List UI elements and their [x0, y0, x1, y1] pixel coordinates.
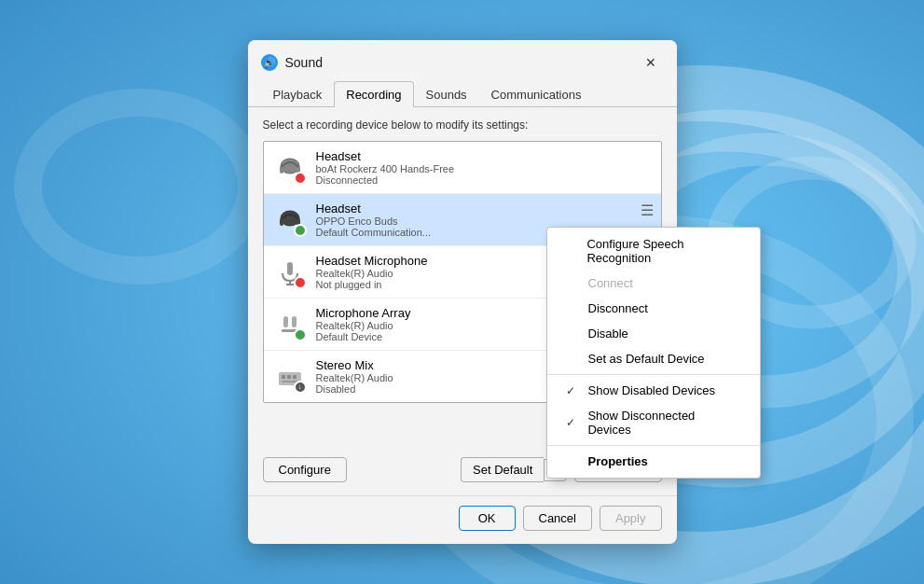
menu-disable[interactable]: Disable — [547, 321, 760, 346]
apply-button[interactable]: Apply — [600, 506, 662, 531]
device-status-boat: Disconnected — [316, 174, 652, 186]
svg-rect-8 — [280, 166, 283, 174]
status-dot-array — [294, 328, 307, 341]
sound-dialog: 🔊 Sound ✕ Playback Recording Sounds Comm… — [248, 40, 677, 544]
menu-separator-1 — [547, 374, 760, 375]
selected-indicator: ☰ — [641, 202, 654, 219]
device-name-oppo: Headset — [316, 202, 652, 216]
cancel-button[interactable]: Cancel — [523, 506, 592, 531]
menu-separator-2 — [547, 445, 760, 446]
menu-properties[interactable]: Properties — [547, 449, 760, 474]
tab-bar: Playback Recording Sounds Communications — [248, 76, 677, 107]
set-default-button[interactable]: Set Default — [461, 457, 544, 482]
status-dot-stereo: ↓ — [294, 381, 307, 394]
menu-show-disconnected[interactable]: ✓ Show Disconnected Devices — [547, 403, 760, 442]
status-dot-boat — [294, 172, 307, 185]
svg-rect-20 — [282, 375, 285, 379]
device-desc-boat: boAt Rockerz 400 Hands-Free — [316, 163, 652, 174]
device-icon-wrap-boat — [273, 151, 307, 185]
svg-point-6 — [28, 103, 252, 271]
dialog-titlebar: 🔊 Sound ✕ — [248, 40, 677, 76]
svg-rect-13 — [287, 262, 293, 275]
device-icon-wrap-array — [273, 308, 307, 341]
action-row: OK Cancel Apply — [248, 495, 677, 544]
svg-rect-16 — [283, 316, 288, 327]
device-icon-wrap-oppo — [273, 203, 307, 237]
svg-rect-21 — [287, 375, 291, 379]
svg-rect-17 — [292, 316, 297, 327]
description-text: Select a recording device below to modif… — [263, 118, 662, 132]
status-dot-oppo — [294, 224, 307, 237]
sound-icon: 🔊 — [261, 54, 278, 71]
menu-show-disabled[interactable]: ✓ Show Disabled Devices — [547, 378, 760, 403]
svg-rect-11 — [280, 218, 283, 226]
close-button[interactable]: ✕ — [638, 49, 664, 76]
tab-playback[interactable]: Playback — [261, 81, 335, 107]
tab-recording[interactable]: Recording — [334, 81, 413, 107]
menu-set-default[interactable]: Set as Default Device — [547, 346, 760, 371]
dialog-title: Sound — [285, 55, 630, 70]
device-icon-wrap-mic — [273, 256, 307, 289]
menu-disconnect[interactable]: Disconnect — [547, 296, 760, 321]
svg-rect-22 — [293, 375, 297, 379]
ok-button[interactable]: OK — [459, 506, 516, 531]
device-desc-oppo: OPPO Enco Buds — [316, 216, 652, 227]
status-dot-mic — [294, 276, 307, 289]
context-menu: Configure Speech Recognition Connect Dis… — [546, 227, 761, 479]
configure-button[interactable]: Configure — [263, 457, 347, 482]
device-name-boat: Headset — [316, 149, 652, 163]
device-icon-wrap-stereo: ↓ — [273, 360, 307, 394]
device-info-boat: Headset boAt Rockerz 400 Hands-Free Disc… — [316, 149, 652, 186]
menu-connect: Connect — [547, 271, 760, 296]
tab-sounds[interactable]: Sounds — [414, 81, 479, 107]
device-item-headset-boat[interactable]: Headset boAt Rockerz 400 Hands-Free Disc… — [264, 142, 661, 194]
menu-configure-speech[interactable]: Configure Speech Recognition — [547, 231, 760, 271]
tab-communications[interactable]: Communications — [479, 81, 594, 107]
